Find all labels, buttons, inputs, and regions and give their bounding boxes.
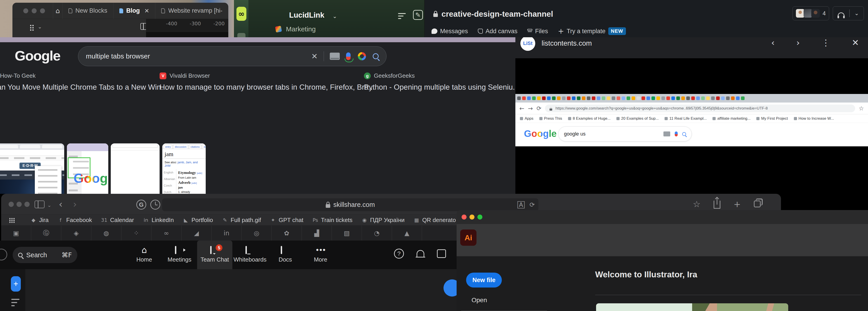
image-result-wikipedia[interactable]: entrydiscussioncitationsedit jam See als…: [162, 143, 206, 194]
sidebar-item-marketing[interactable]: Marketing: [276, 25, 316, 33]
nav-team-chat[interactable]: 5 Team Chat: [197, 241, 232, 269]
analytics-tab-icon[interactable]: ◔: [362, 226, 392, 241]
filter-icon[interactable]: [11, 299, 20, 308]
camera-tab-icon[interactable]: ▧: [332, 226, 362, 241]
calendar-icon[interactable]: [437, 249, 446, 258]
portfolio-tab-icon[interactable]: ◢: [182, 226, 212, 241]
lucidlink-workspace-icon[interactable]: ∞: [237, 7, 246, 21]
new-tab-icon[interactable]: +: [734, 199, 741, 209]
filter-icon[interactable]: [398, 13, 406, 21]
creative-cloud-tab-icon[interactable]: ∞: [151, 226, 182, 241]
bookmark-pdr-ukrainy[interactable]: ◉ПДР України: [362, 217, 405, 223]
nav-whiteboards[interactable]: Whiteboards: [232, 241, 268, 269]
open-button[interactable]: Open: [471, 297, 487, 304]
channel-title[interactable]: creative-design-team-channel: [433, 9, 553, 19]
asana-tab-icon[interactable]: ⁘: [121, 226, 151, 241]
back-icon[interactable]: ‹: [59, 199, 63, 210]
minimize-window-button[interactable]: [469, 214, 474, 219]
bookmark-facebook[interactable]: fFacebook: [58, 217, 92, 223]
target-tab-icon[interactable]: ◎: [242, 226, 272, 241]
tab-messages[interactable]: Messages: [432, 28, 468, 35]
result-title[interactable]: Python - Opening multiple tabs using Sel…: [364, 83, 519, 92]
favorites-star-icon[interactable]: ☆: [693, 199, 701, 209]
help-icon[interactable]: ?: [394, 249, 404, 258]
photos-tab-icon[interactable]: ✿: [272, 226, 302, 241]
add-space-button[interactable]: +: [11, 276, 21, 291]
search-query[interactable]: multiple tabs browser: [86, 53, 150, 60]
google-logo[interactable]: Google: [15, 48, 60, 64]
previous-image-icon[interactable]: ‹: [771, 38, 775, 48]
google-search-box[interactable]: multiple tabs browser ✕: [78, 46, 386, 66]
figma-tab-new-blocks[interactable]: New Blocks: [62, 3, 113, 19]
result-source[interactable]: How-To Geek: [0, 72, 167, 79]
huddle-button[interactable]: ⌄: [833, 6, 864, 20]
sketch-tab-icon[interactable]: ◈: [61, 226, 91, 241]
vector-tab-icon[interactable]: ▲: [392, 226, 422, 241]
sidebar-icon[interactable]: [35, 201, 44, 208]
reload-icon[interactable]: ⟳: [530, 201, 535, 209]
next-image-icon[interactable]: ›: [796, 38, 800, 48]
workspace-name[interactable]: LucidLink: [289, 11, 324, 20]
bookmark-fullpath[interactable]: ✎Full path.gif: [222, 217, 261, 223]
result-title[interactable]: How to manage too many browser tabs in C…: [160, 83, 375, 92]
profile-partial-icon[interactable]: [0, 249, 7, 261]
workspace-icon-partial[interactable]: [237, 33, 246, 37]
bookmark-jira[interactable]: ◆Jira: [31, 217, 49, 223]
zoom-window-button[interactable]: [477, 214, 483, 219]
nav-meetings[interactable]: Meetings: [162, 241, 197, 269]
figma-canvas[interactable]: -400-300-200: [146, 19, 228, 37]
tab-overview-icon[interactable]: [754, 201, 761, 207]
preview-image-chrome-screenshot[interactable]: ← → ⟳ https://www.google.com/search?q=go…: [515, 94, 868, 146]
figma-tab-blog[interactable]: Blog ✕: [113, 3, 155, 19]
figma-main-menu-icon[interactable]: [30, 23, 31, 27]
tab-files[interactable]: Files: [527, 28, 548, 35]
result-source[interactable]: GeeksforGeeks: [374, 72, 415, 79]
web-app-tab-icon[interactable]: ◍: [91, 226, 121, 241]
figma-tab-website-revamp[interactable]: Website revamp [hi-: [155, 3, 228, 19]
translate-icon[interactable]: 🄰: [518, 201, 525, 209]
share-icon[interactable]: [714, 201, 720, 209]
keyboard-icon[interactable]: [330, 53, 340, 60]
workspace-chevron-icon[interactable]: ⌄: [333, 13, 337, 20]
grammarly-extension-icon[interactable]: G: [136, 200, 146, 210]
webex-search-field[interactable]: Search ⌘F: [13, 247, 77, 263]
nav-docs[interactable]: Docs: [268, 241, 303, 269]
menu-chevron-icon[interactable]: ⌄: [38, 24, 42, 30]
preview-site-name[interactable]: listcontents.com: [541, 39, 592, 47]
image-result-wikihow[interactable]: Goog: [67, 143, 108, 194]
bookmark-linkedin[interactable]: inLinkedIn: [143, 217, 174, 223]
window-controls[interactable]: [12, 8, 49, 13]
window-controls[interactable]: [8, 202, 32, 207]
sidebar-chevron-icon[interactable]: ⌄: [47, 202, 51, 208]
nav-more[interactable]: ••• More: [303, 241, 338, 269]
image-result-getmulti[interactable]: GIF: [111, 143, 160, 194]
tab-try-template[interactable]: + Try a template NEW: [558, 27, 626, 35]
image-result-edrm[interactable]: E·D·R·M n these times, ourediscovery net…: [0, 143, 64, 194]
bookmark-portfolio[interactable]: ◣Portfolio: [183, 217, 213, 223]
bookmark-gptchat[interactable]: ✦GPT chat: [270, 217, 303, 223]
safari-address-bar[interactable]: skillshare.com 🄰 ⟳: [162, 198, 538, 211]
channel-members-button[interactable]: 4: [793, 6, 829, 20]
compose-icon[interactable]: ✎: [413, 10, 423, 20]
voice-search-icon[interactable]: [346, 53, 350, 60]
close-preview-icon[interactable]: ✕: [852, 38, 859, 48]
clear-search-icon[interactable]: ✕: [311, 52, 318, 61]
forward-icon[interactable]: ›: [73, 199, 77, 210]
tab-add-canvas[interactable]: Add canvas: [478, 28, 518, 35]
grammarly-tab-icon[interactable]: Ⓖ: [31, 226, 61, 241]
search-icon[interactable]: [373, 53, 379, 59]
close-window-button[interactable]: [462, 214, 467, 219]
history-extension-icon[interactable]: [150, 200, 160, 210]
code-app-tab-icon[interactable]: ▣: [1, 226, 31, 241]
google-lens-icon[interactable]: [358, 52, 366, 60]
notifications-bell-icon[interactable]: [416, 250, 424, 257]
tutorial-banner-image[interactable]: [596, 303, 788, 311]
bookmark-calendar[interactable]: 31Calendar: [101, 217, 134, 223]
close-tab-icon[interactable]: ✕: [145, 7, 149, 14]
result-source[interactable]: Vivaldi Browser: [169, 72, 210, 79]
bookmark-train-tickets[interactable]: PsTrain tickets: [312, 217, 352, 223]
nav-home[interactable]: ⌂ Home: [127, 241, 162, 269]
more-options-icon[interactable]: ⋮: [822, 38, 830, 48]
new-file-button[interactable]: New file: [466, 273, 502, 287]
stocks-tab-icon[interactable]: ▟: [302, 226, 332, 241]
